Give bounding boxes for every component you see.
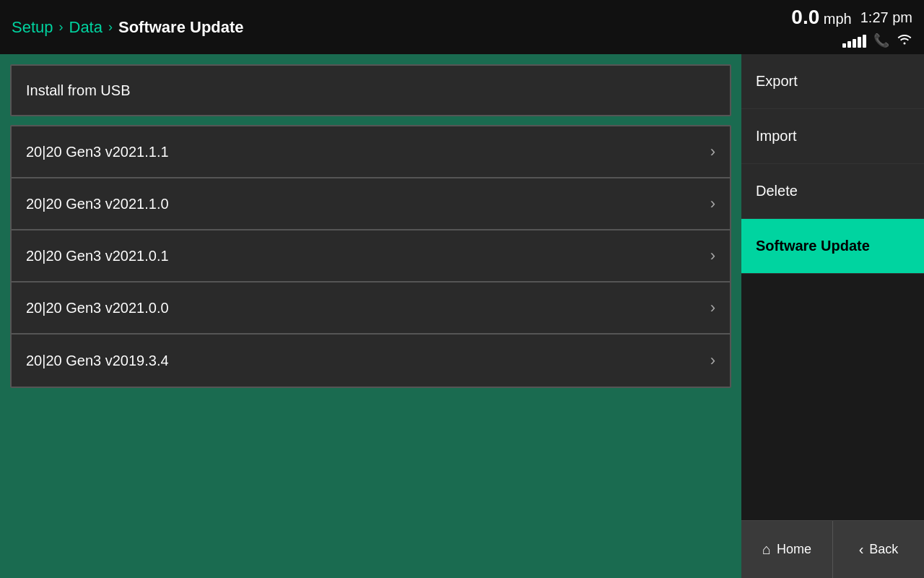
breadcrumb: Setup › Data › Software Update [12,18,791,37]
version-item[interactable]: 20|20 Gen3 v2021.0.0› [12,282,730,335]
version-item[interactable]: 20|20 Gen3 v2021.0.1› [12,230,730,282]
version-item[interactable]: 20|20 Gen3 v2021.1.1› [12,126,730,178]
version-item[interactable]: 20|20 Gen3 v2019.3.4› [12,335,730,387]
main-layout: Install from USB 20|20 Gen3 v2021.1.1›20… [0,54,924,578]
header: Setup › Data › Software Update 0.0 mph 1… [0,0,924,54]
breadcrumb-chevron-1: › [59,20,64,35]
phone-icon: 📞 [873,33,889,48]
signal-strength-icon [842,33,866,48]
sidebar-footer: ⌂ Home ‹ Back [741,520,924,578]
sidebar-item-software-update[interactable]: Software Update [741,219,924,274]
sidebar-item-delete[interactable]: Delete [741,164,924,219]
right-sidebar: ExportImportDeleteSoftware Update ⌂ Home… [741,54,924,578]
status-bar: 0.0 mph 1:27 pm 📞 [791,6,912,48]
back-icon: ‹ [859,541,864,558]
chevron-right-icon: › [710,298,715,317]
breadcrumb-current: Software Update [118,18,244,37]
home-button[interactable]: ⌂ Home [741,521,833,578]
sidebar-item-export[interactable]: Export [741,54,924,109]
chevron-right-icon: › [710,194,715,213]
sidebar-item-import[interactable]: Import [741,109,924,164]
breadcrumb-setup[interactable]: Setup [12,18,53,37]
back-button[interactable]: ‹ Back [833,521,924,578]
home-icon: ⌂ [762,541,771,558]
chevron-right-icon: › [710,142,715,161]
wifi-icon [897,32,912,48]
sidebar-menu: ExportImportDeleteSoftware Update [741,54,924,520]
breadcrumb-data[interactable]: Data [69,18,103,37]
chevron-right-icon: › [710,246,715,265]
version-list: 20|20 Gen3 v2021.1.1›20|20 Gen3 v2021.1.… [10,125,731,388]
chevron-right-icon: › [710,351,715,370]
breadcrumb-chevron-2: › [108,20,113,35]
version-item[interactable]: 20|20 Gen3 v2021.1.0› [12,178,730,230]
content-area: Install from USB 20|20 Gen3 v2021.1.1›20… [0,54,741,578]
install-from-usb-button[interactable]: Install from USB [10,64,731,116]
speed-display: 0.0 mph [791,6,851,29]
clock: 1:27 pm [860,9,912,26]
